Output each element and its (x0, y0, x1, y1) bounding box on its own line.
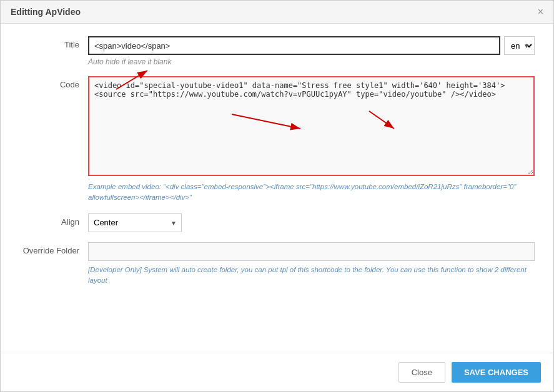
code-textarea[interactable]: <video id="special-youtube-video1" data-… (88, 76, 535, 176)
code-label: Code (19, 76, 88, 89)
auto-hide-hint: Auto hide if leave it blank (88, 57, 535, 66)
code-control-wrap: <video id="special-youtube-video1" data-… (88, 76, 535, 203)
override-row: Override Folder [Developer Only] System … (19, 242, 535, 287)
align-select[interactable]: Center Left Right (88, 213, 182, 232)
override-label: Override Folder (19, 242, 88, 255)
override-input[interactable] (88, 242, 535, 261)
align-select-wrap: Center Left Right (88, 213, 182, 232)
lang-select[interactable]: en (504, 36, 535, 55)
dialog-title: Editting ApVideo (11, 7, 81, 17)
title-control-wrap: en Auto hide if leave it blank (88, 36, 535, 66)
code-row: Code <video id="special-youtube-video1" … (19, 76, 535, 203)
title-row: Title en Auto hide if leave it blank (19, 36, 535, 66)
align-label: Align (19, 213, 88, 227)
align-control-wrap: Center Left Right (88, 213, 535, 232)
save-changes-button[interactable]: SAVE CHANGES (452, 362, 541, 383)
title-input[interactable] (88, 36, 500, 55)
close-button[interactable]: Close (398, 362, 445, 383)
developer-hint: [Developer Only] System will auto create… (88, 265, 535, 287)
edit-dialog: Editting ApVideo × Title en Auto hide if… (0, 0, 554, 392)
dialog-footer: Close SAVE CHANGES (1, 353, 553, 391)
dialog-body: Title en Auto hide if leave it blank Cod… (1, 24, 553, 353)
dialog-header: Editting ApVideo × (1, 1, 553, 24)
lang-select-wrap: en (504, 36, 535, 55)
example-hint: Example embed video: “<div class="embed-… (88, 182, 535, 203)
title-row-inner: en (88, 36, 535, 55)
align-row: Align Center Left Right (19, 213, 535, 232)
override-control-wrap: [Developer Only] System will auto create… (88, 242, 535, 287)
close-x-button[interactable]: × (538, 7, 543, 17)
title-label: Title (19, 36, 88, 49)
